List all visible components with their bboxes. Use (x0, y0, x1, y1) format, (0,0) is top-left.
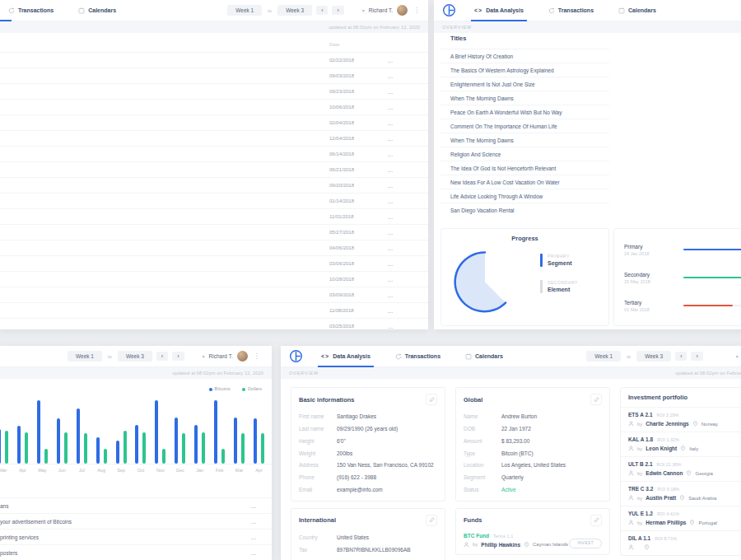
list-item[interactable]: your advertisement of Bitcoins … (0, 513, 272, 529)
title-list-item[interactable]: When The Morning Dawns (440, 133, 609, 147)
row-menu-icon[interactable]: … (244, 519, 263, 525)
row-menu-icon[interactable]: … (380, 292, 400, 298)
title-list-item[interactable]: New Ideas For A Low Cost Vacation On Wat… (440, 175, 609, 189)
tab-calendars[interactable]: Calendars (465, 346, 503, 366)
table-row[interactable]: 03/09/2018 … (0, 287, 428, 302)
info-rows: Country United States Tax 897BN7RIBNLKKL… (291, 532, 445, 560)
portfolio-item[interactable]: KAL A 1.8 ROI 1.32% by Leon Knight Italy (621, 432, 741, 456)
tab-transactions[interactable]: Transactions (395, 346, 440, 366)
tab-calendars[interactable]: Calendars (78, 0, 116, 21)
invest-button[interactable]: INVEST (569, 539, 602, 548)
week-to-chip[interactable]: Week 3 (636, 351, 671, 362)
row-menu-icon[interactable]: … (380, 245, 400, 251)
row-menu-icon[interactable]: … (380, 120, 400, 126)
table-row[interactable]: 02/04/2018 … (0, 114, 428, 130)
more-menu-icon[interactable]: ⋮ (413, 7, 420, 14)
row-menu-icon[interactable]: … (380, 89, 400, 95)
user-menu[interactable]: ▾ Richard T. (203, 351, 248, 362)
title-list-item[interactable]: When The Morning Dawns (440, 91, 609, 105)
table-row[interactable]: 11/08/2018 … (0, 302, 428, 318)
row-menu-icon[interactable]: … (380, 214, 400, 220)
list-item[interactable]: printing services … (0, 529, 272, 544)
tab-data-analysis[interactable]: <> Data Analysis (474, 0, 524, 21)
table-row[interactable]: 02/22/2018 … (0, 52, 428, 68)
fund-item[interactable]: BTC Fund Terms 1.1 by Phillip Hawkins Ca… (456, 532, 609, 554)
row-menu-icon[interactable]: … (380, 73, 400, 79)
week-from-chip[interactable]: Week 1 (227, 5, 262, 16)
table-row[interactable]: 06/21/2018 … (0, 161, 428, 177)
table-row[interactable]: 09/20/2018 … (0, 177, 428, 193)
title-list-item[interactable]: Life Advice Looking Through A Window (440, 189, 609, 203)
tab-transactions[interactable]: Transactions (8, 0, 54, 21)
row-menu-icon[interactable]: … (380, 324, 400, 329)
next-week-button[interactable]: › (172, 352, 184, 361)
row-menu-icon[interactable]: … (380, 167, 400, 173)
title-list-item[interactable]: San Diego Vacation Rental (440, 203, 609, 217)
title-list-item[interactable]: A Brief History Of Creation (440, 49, 609, 63)
table-row[interactable]: 10/06/2018 … (0, 99, 428, 114)
portfolio-item[interactable]: ULT B 2.1 ROI 21.36% by Edwin Cannon Geo… (621, 456, 741, 481)
row-menu-icon[interactable]: … (244, 534, 263, 540)
row-menu-icon[interactable]: … (380, 198, 400, 204)
portfolio-item[interactable]: YUL E 1.2 ROI 4.41% by Herman Phillips P… (621, 506, 741, 530)
row-menu-icon[interactable]: … (380, 261, 400, 267)
prev-week-button[interactable]: ‹ (675, 352, 687, 361)
table-row[interactable]: 03/06/2018 … (0, 255, 428, 271)
user-menu[interactable]: ▾ Richard T. (362, 5, 408, 16)
table-row[interactable]: 06/14/2018 … (0, 146, 428, 161)
tab-data-analysis[interactable]: <> Data Analysis (321, 346, 370, 366)
row-menu-icon[interactable]: … (244, 550, 263, 556)
row-menu-icon[interactable]: … (380, 105, 400, 110)
week-to-chip[interactable]: Week 3 (277, 5, 312, 16)
row-menu-icon[interactable]: … (380, 308, 400, 314)
table-row[interactable]: 09/03/2018 … (0, 68, 428, 83)
prev-week-button[interactable]: ‹ (156, 352, 168, 361)
table-row[interactable]: 04/06/2018 … (0, 240, 428, 255)
titles-card: Titles A Brief History Of Creation The B… (440, 28, 609, 217)
table-row[interactable]: 09/23/2018 … (0, 83, 428, 99)
table-row[interactable]: 01/14/2018 … (0, 193, 428, 208)
row-menu-icon[interactable]: … (380, 277, 400, 282)
title-list-item[interactable]: Enlightenment Is Not Just One Size (440, 77, 609, 91)
row-menu-icon[interactable]: … (380, 136, 400, 142)
portfolio-item[interactable]: ETS A 2.1 ROI 3.29% by Charlie Jennings … (621, 407, 741, 432)
edit-button[interactable] (590, 515, 602, 526)
next-week-button[interactable]: › (691, 352, 702, 361)
avatar[interactable] (237, 351, 248, 362)
row-menu-icon[interactable]: … (244, 503, 263, 509)
title-list-item[interactable]: The Idea Of God Is Not Henceforth Releva… (440, 161, 609, 175)
list-item[interactable]: posters … (0, 544, 272, 560)
table-row[interactable]: 03/25/2018 … (0, 318, 428, 334)
title-list-item[interactable]: Comment On The Importance Of Human Life (440, 119, 609, 133)
app-logo-icon[interactable] (289, 349, 303, 363)
row-date: 05/27/2018 (329, 230, 380, 235)
user-menu[interactable]: ▾ Richard T. (736, 353, 741, 359)
table-row[interactable]: 12/04/2018 … (0, 130, 428, 146)
row-menu-icon[interactable]: … (380, 183, 400, 189)
table-row[interactable]: 10/28/2018 … (0, 271, 428, 287)
portfolio-item[interactable]: DIL A 1.1 ROI 8.71% (621, 530, 741, 555)
list-item[interactable]: ans … (0, 497, 272, 513)
tab-calendars[interactable]: Calendars (618, 0, 656, 21)
row-menu-icon[interactable]: … (380, 58, 400, 63)
more-menu-icon[interactable]: ⋮ (254, 352, 260, 360)
avatar[interactable] (397, 5, 408, 16)
row-menu-icon[interactable]: … (380, 152, 400, 157)
tab-transactions[interactable]: Transactions (548, 0, 594, 21)
edit-button[interactable] (426, 394, 437, 405)
edit-button[interactable] (590, 394, 602, 405)
week-from-chip[interactable]: Week 1 (68, 351, 102, 362)
prev-week-button[interactable]: ‹ (316, 6, 328, 15)
title-list-item[interactable]: Religion And Science (440, 147, 609, 161)
app-logo-icon[interactable] (442, 3, 456, 17)
edit-button[interactable] (426, 515, 437, 526)
row-menu-icon[interactable]: … (380, 230, 400, 236)
week-from-chip[interactable]: Week 1 (586, 351, 621, 362)
title-list-item[interactable]: Peace On Earth A Wonderful Wish But No W… (440, 105, 609, 119)
table-row[interactable]: 11/01/2018 … (0, 208, 428, 224)
portfolio-item[interactable]: TRE C 3.2 ROI 9.18% by Austin Pratt Saud… (621, 481, 741, 506)
next-week-button[interactable]: › (332, 6, 343, 15)
title-list-item[interactable]: The Basics Of Western Astrology Explaine… (440, 63, 609, 77)
table-row[interactable]: 05/27/2018 … (0, 224, 428, 240)
week-to-chip[interactable]: Week 3 (118, 351, 152, 362)
